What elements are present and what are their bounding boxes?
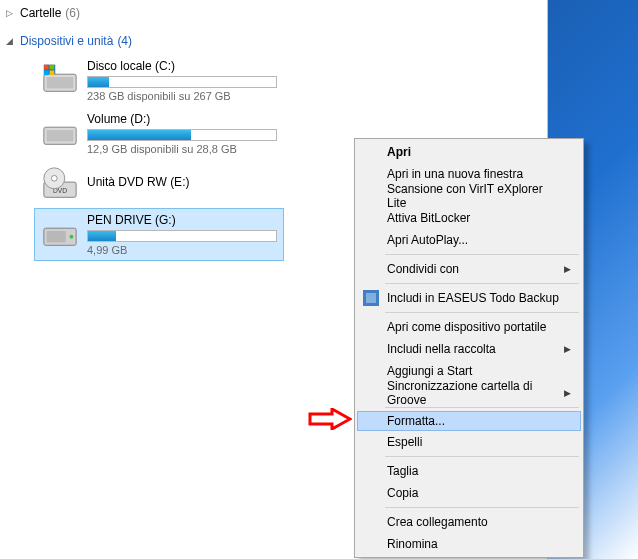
menu-easeus-backup[interactable]: Includi in EASEUS Todo Backup xyxy=(357,287,581,309)
svg-rect-1 xyxy=(47,77,74,88)
menu-copy[interactable]: Copia xyxy=(357,482,581,504)
menu-virit-scan[interactable]: Scansione con VirIT eXplorer Lite xyxy=(357,185,581,207)
svg-point-15 xyxy=(70,235,74,239)
svg-rect-8 xyxy=(47,130,74,141)
drive-c-bar xyxy=(87,76,277,88)
menu-share-with[interactable]: Condividi con▶ xyxy=(357,258,581,280)
group-folders[interactable]: ▷ Cartelle (6) xyxy=(6,4,541,22)
group-devices-count: (4) xyxy=(117,34,132,48)
drive-g-bar xyxy=(87,230,277,242)
menu-include-library[interactable]: Includi nella raccolta▶ xyxy=(357,338,581,360)
submenu-arrow-icon: ▶ xyxy=(564,388,571,398)
chevron-right-icon: ▷ xyxy=(6,8,16,18)
menu-separator xyxy=(385,456,579,457)
svg-rect-3 xyxy=(44,65,49,70)
menu-separator xyxy=(385,283,579,284)
drive-c-sub: 238 GB disponibili su 267 GB xyxy=(87,90,277,102)
drive-g[interactable]: PEN DRIVE (G:) 4,99 GB xyxy=(34,208,284,261)
chevron-down-icon: ◢ xyxy=(6,36,16,46)
menu-autoplay[interactable]: Apri AutoPlay... xyxy=(357,229,581,251)
dvd-icon: DVD xyxy=(41,165,79,203)
easeus-icon xyxy=(363,290,379,306)
menu-cut[interactable]: Taglia xyxy=(357,460,581,482)
menu-create-shortcut[interactable]: Crea collegamento xyxy=(357,511,581,533)
context-menu: Apri Apri in una nuova finestra Scansion… xyxy=(354,138,584,558)
menu-bitlocker[interactable]: Attiva BitLocker xyxy=(357,207,581,229)
svg-rect-4 xyxy=(50,65,55,70)
drive-d[interactable]: Volume (D:) 12,9 GB disponibili su 28,8 … xyxy=(34,107,284,160)
drive-d-name: Volume (D:) xyxy=(87,112,277,126)
svg-point-12 xyxy=(51,175,57,181)
menu-open[interactable]: Apri xyxy=(357,141,581,163)
drive-d-bar xyxy=(87,129,277,141)
menu-open-portable[interactable]: Apri come dispositivo portatile xyxy=(357,316,581,338)
drive-dvd[interactable]: DVD Unità DVD RW (E:) xyxy=(34,160,284,208)
menu-eject[interactable]: Espelli xyxy=(357,431,581,453)
drive-d-sub: 12,9 GB disponibili su 28,8 GB xyxy=(87,143,277,155)
drive-g-sub: 4,99 GB xyxy=(87,244,277,256)
group-folders-count: (6) xyxy=(65,6,80,20)
svg-rect-14 xyxy=(47,231,66,242)
drive-c[interactable]: Disco locale (C:) 238 GB disponibili su … xyxy=(34,54,284,107)
submenu-arrow-icon: ▶ xyxy=(564,264,571,274)
red-arrow-annotation xyxy=(308,408,352,430)
removable-drive-icon xyxy=(41,213,79,251)
menu-separator xyxy=(385,507,579,508)
group-devices[interactable]: ◢ Dispositivi e unità (4) xyxy=(6,32,541,50)
menu-groove-sync[interactable]: Sincronizzazione cartella di Groove▶ xyxy=(357,382,581,404)
drive-c-name: Disco locale (C:) xyxy=(87,59,277,73)
menu-separator xyxy=(385,407,579,408)
svg-rect-17 xyxy=(366,293,376,303)
drive-g-name: PEN DRIVE (G:) xyxy=(87,213,277,227)
drive-dvd-name: Unità DVD RW (E:) xyxy=(87,175,277,189)
group-devices-label: Dispositivi e unità xyxy=(20,34,113,48)
menu-format[interactable]: Formatta... xyxy=(357,411,581,431)
submenu-arrow-icon: ▶ xyxy=(564,344,571,354)
hdd-icon xyxy=(41,112,79,150)
menu-rename[interactable]: Rinomina xyxy=(357,533,581,555)
menu-separator xyxy=(385,254,579,255)
hdd-icon xyxy=(41,59,79,97)
menu-separator xyxy=(385,312,579,313)
svg-rect-5 xyxy=(44,70,49,75)
group-folders-label: Cartelle xyxy=(20,6,61,20)
svg-rect-6 xyxy=(50,70,55,75)
